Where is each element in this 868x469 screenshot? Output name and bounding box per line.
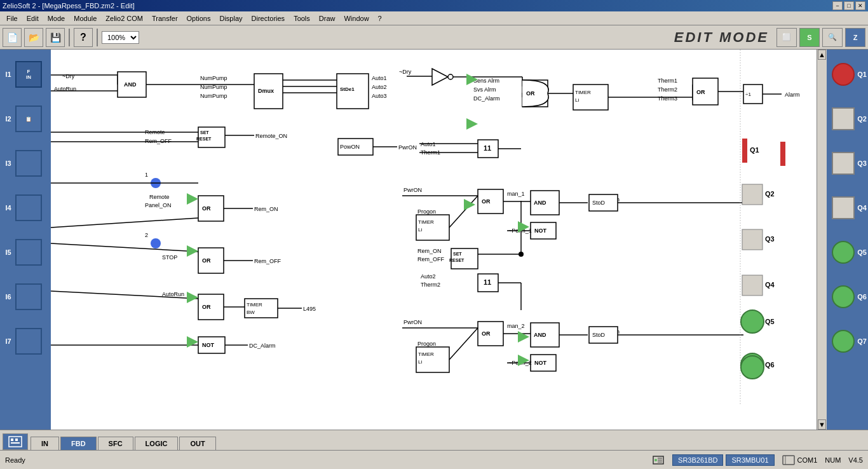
svg-text:TIMER: TIMER bbox=[418, 219, 434, 225]
menu-transfer[interactable]: Transfer bbox=[148, 13, 182, 24]
menu-tools[interactable]: Tools bbox=[290, 13, 314, 24]
tab-sfc[interactable]: SFC bbox=[98, 437, 133, 450]
svg-text:Q4: Q4 bbox=[765, 281, 775, 289]
menu-draw[interactable]: Draw bbox=[315, 13, 339, 24]
svg-text:OR: OR bbox=[696, 89, 705, 95]
svg-text:STOP: STOP bbox=[162, 254, 177, 261]
svg-text:Remote: Remote bbox=[149, 194, 170, 200]
new-button[interactable]: 📄 bbox=[3, 28, 22, 47]
minimize-button[interactable]: − bbox=[832, 1, 843, 10]
svg-text:DC_Alarm: DC_Alarm bbox=[249, 343, 276, 349]
menu-directories[interactable]: Directories bbox=[248, 13, 289, 24]
svg-text:÷1: ÷1 bbox=[745, 92, 751, 97]
sim-button[interactable]: S bbox=[799, 28, 820, 47]
input-row-i7: I7 bbox=[0, 319, 51, 364]
input-label-i4: I4 bbox=[3, 204, 14, 212]
svg-rect-189 bbox=[11, 442, 20, 444]
svg-text:PwrON: PwrON bbox=[403, 187, 422, 193]
tab-out[interactable]: OUT bbox=[179, 437, 215, 450]
output-label-q6: Q6 bbox=[857, 293, 867, 301]
svg-marker-164 bbox=[187, 193, 198, 205]
input-block-i4[interactable] bbox=[15, 194, 42, 221]
input-block-i6[interactable] bbox=[15, 283, 42, 310]
svg-marker-22 bbox=[432, 69, 448, 85]
input-block-i3[interactable] bbox=[15, 150, 42, 177]
svg-line-83 bbox=[51, 243, 198, 252]
scroll-down-button[interactable]: ▼ bbox=[818, 419, 826, 430]
svg-marker-163 bbox=[466, 118, 478, 130]
vertical-scrollbar[interactable]: ▲ ▼ bbox=[817, 50, 827, 430]
svg-rect-195 bbox=[783, 456, 794, 465]
output-label-q7: Q7 bbox=[857, 337, 867, 345]
output-q4-indicator bbox=[832, 196, 855, 219]
maximize-button[interactable]: □ bbox=[844, 1, 854, 10]
menu-file[interactable]: File bbox=[3, 13, 22, 24]
input-label-i7: I7 bbox=[3, 337, 14, 345]
input-block-i7[interactable] bbox=[15, 328, 42, 355]
statusbar: Ready SR3B261BD SR3MBU01 COM1 NUM V4.5 bbox=[0, 450, 868, 469]
tab-logic[interactable]: LOGIC bbox=[135, 437, 179, 450]
open-button[interactable]: 📂 bbox=[24, 28, 43, 47]
output-q6-indicator bbox=[832, 285, 855, 308]
menu-display[interactable]: Display bbox=[215, 13, 246, 24]
input-block-i2[interactable]: 📋 bbox=[15, 105, 42, 132]
svg-text:Therm2: Therm2 bbox=[658, 86, 677, 93]
svg-marker-166 bbox=[187, 292, 198, 303]
search-button[interactable]: 🔍 bbox=[822, 28, 843, 47]
menu-mode[interactable]: Mode bbox=[44, 13, 69, 24]
input-block-i5[interactable] bbox=[15, 239, 42, 266]
svg-marker-165 bbox=[187, 245, 198, 257]
input-label-i6: I6 bbox=[3, 293, 14, 301]
bottom-tabs: IN FBD SFC LOGIC OUT bbox=[0, 430, 868, 450]
menu-edit[interactable]: Edit bbox=[23, 13, 43, 24]
svg-point-185 bbox=[741, 356, 764, 379]
svg-text:Therm1: Therm1 bbox=[658, 78, 677, 84]
tab-fbd[interactable]: FBD bbox=[60, 437, 97, 450]
menu-options[interactable]: Options bbox=[183, 13, 215, 24]
scroll-up-button[interactable]: ▲ bbox=[818, 50, 826, 60]
svg-text:Rem_OFF: Rem_OFF bbox=[145, 138, 172, 144]
svg-text:TIMER: TIMER bbox=[575, 90, 591, 95]
toolbar-right-icons: ⬜ S 🔍 Z bbox=[776, 28, 865, 47]
status-device1: SR3B261BD bbox=[672, 454, 723, 466]
svg-text:Svs  Alrm: Svs Alrm bbox=[473, 86, 496, 93]
svg-text:OR: OR bbox=[202, 205, 211, 212]
svg-text:Sens  Alrm: Sens Alrm bbox=[473, 78, 499, 84]
titlebar: ZelioSoft 2 - [MegaRpess_FBD.zm2 - Edit]… bbox=[0, 0, 868, 11]
svg-text:Auto1: Auto1 bbox=[421, 141, 436, 147]
save-button[interactable]: 💾 bbox=[46, 28, 65, 47]
output-row-q1: Q1 bbox=[828, 52, 867, 97]
output-row-q6: Q6 bbox=[828, 275, 867, 319]
input-block-i1[interactable]: FIN bbox=[15, 61, 42, 88]
menubar: File Edit Mode Module Zelio2 COM Transfe… bbox=[0, 11, 868, 25]
menu-help[interactable]: ? bbox=[374, 13, 386, 24]
svg-point-181 bbox=[741, 310, 764, 333]
export-button[interactable]: ⬜ bbox=[776, 28, 797, 47]
svg-text:Li: Li bbox=[575, 97, 579, 103]
tab-in[interactable]: IN bbox=[31, 437, 59, 450]
svg-text:TIMER: TIMER bbox=[418, 351, 434, 357]
zelio-button[interactable]: Z bbox=[845, 28, 865, 47]
menu-module[interactable]: Module bbox=[70, 13, 100, 24]
close-button[interactable]: ✕ bbox=[855, 1, 865, 10]
zoom-select[interactable]: 100% 50% 75% 125% 150% bbox=[102, 31, 139, 44]
svg-text:PwrON: PwrON bbox=[398, 144, 417, 151]
svg-text:Progon: Progon bbox=[417, 341, 436, 347]
menu-window[interactable]: Window bbox=[340, 13, 372, 24]
plc-icon bbox=[3, 433, 28, 450]
svg-text:Remote_ON: Remote_ON bbox=[255, 133, 287, 139]
status-ready: Ready bbox=[5, 456, 649, 464]
diagram-canvas[interactable]: ~Dry AutoRun AND NumPump NumPump NumPump… bbox=[51, 50, 817, 430]
svg-text:NumPump: NumPump bbox=[200, 75, 227, 81]
com-status-area: COM1 NUM V4.5 bbox=[782, 454, 863, 466]
input-row-i6: I6 bbox=[0, 275, 51, 319]
svg-text:RESET: RESET bbox=[449, 258, 465, 262]
svg-text:NumPump: NumPump bbox=[200, 93, 227, 99]
com-icon2 bbox=[782, 454, 795, 466]
help-button[interactable]: ? bbox=[74, 28, 93, 47]
titlebar-buttons: − □ ✕ bbox=[832, 1, 865, 10]
svg-text:AND: AND bbox=[124, 81, 137, 88]
svg-text:BW: BW bbox=[247, 309, 255, 315]
output-label-q1: Q1 bbox=[857, 71, 867, 78]
menu-zelio2com[interactable]: Zelio2 COM bbox=[102, 13, 147, 24]
